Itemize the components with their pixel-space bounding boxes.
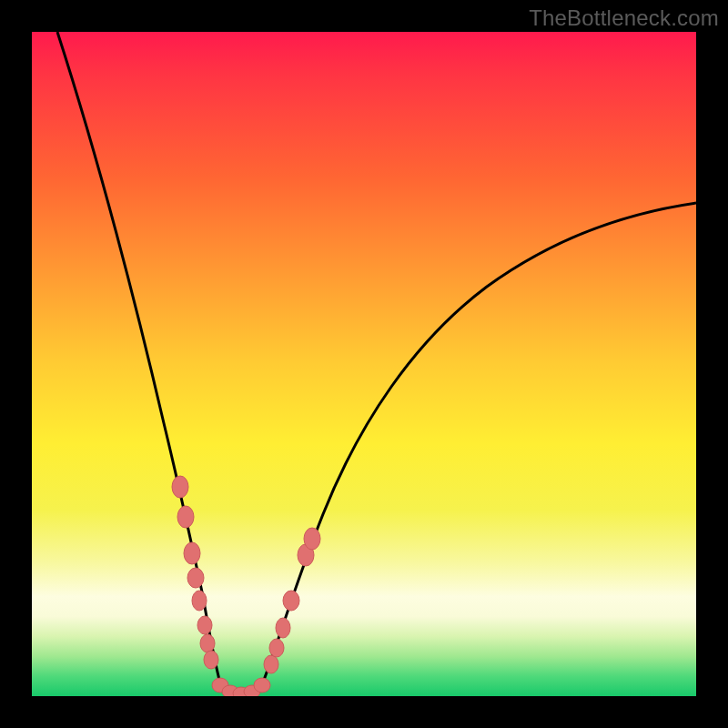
plot-area — [32, 32, 696, 696]
svg-point-14 — [269, 639, 284, 657]
svg-point-2 — [184, 542, 200, 564]
svg-point-6 — [200, 634, 215, 652]
bottleneck-curve — [32, 32, 696, 696]
svg-point-15 — [276, 618, 290, 638]
svg-point-5 — [197, 616, 212, 634]
chart-frame: TheBottleneck.com — [0, 0, 728, 728]
svg-point-0 — [172, 476, 188, 498]
svg-point-13 — [264, 655, 278, 673]
svg-point-18 — [304, 528, 320, 550]
dots-left — [172, 476, 218, 669]
dots-right — [264, 528, 320, 673]
dots-valley — [212, 678, 270, 696]
curve-right — [261, 203, 696, 687]
svg-point-3 — [187, 568, 204, 588]
svg-point-7 — [204, 651, 218, 669]
svg-point-1 — [177, 506, 194, 528]
watermark-text: TheBottleneck.com — [529, 5, 719, 31]
svg-point-16 — [283, 591, 299, 611]
curve-left — [57, 32, 221, 687]
svg-point-4 — [192, 591, 207, 611]
svg-point-12 — [254, 678, 270, 693]
